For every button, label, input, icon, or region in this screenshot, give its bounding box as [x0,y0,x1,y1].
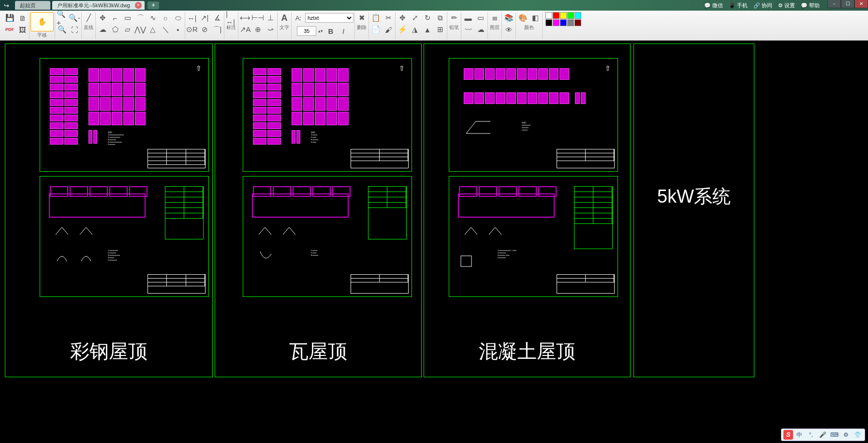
close-button[interactable]: ✕ [854,0,868,8]
wechat-link[interactable]: 💬 微信 [704,2,723,9]
dim-continue-icon[interactable]: ⟷ [239,12,251,24]
saveas-button[interactable]: 🗎 [16,12,28,24]
tab-close-button[interactable]: × [135,2,142,9]
colorpicker-button[interactable]: ◧ [530,12,541,24]
color-wheel-button[interactable]: 🎨 [517,12,529,24]
dim-radius-icon[interactable]: ⊙R [186,24,198,35]
layer-manager-button[interactable]: 📚 [503,12,515,24]
match-button[interactable]: 🖌 [383,24,394,35]
dot-tool-icon[interactable]: • [172,24,184,35]
ellipse-tool-icon[interactable]: ⬭ [172,12,184,24]
save-button[interactable]: 💾 [4,12,15,24]
title-block [557,274,615,294]
dim-baseline-icon[interactable]: ⊢⊣ [252,12,264,24]
settings-link[interactable]: ⚙ 设置 [778,2,795,9]
color-swatch[interactable] [567,12,574,19]
color-swatch[interactable] [560,19,567,26]
italic-button[interactable]: I [338,25,349,37]
tab-add-button[interactable]: + [147,1,159,9]
triangle-tool-icon[interactable]: △ [147,24,159,35]
tab-start[interactable]: 起始页 [15,1,50,10]
pan-tool-button[interactable]: ✋ [30,12,54,31]
minimize-button[interactable]: － [827,0,841,8]
zoom-button[interactable]: 🔍 [56,24,68,35]
move-button[interactable]: ✥ [397,12,408,24]
collab-link[interactable]: 🔗 协同 [753,2,772,9]
dim-ordinate-icon[interactable]: ⊥ [265,12,276,24]
export-pdf-button[interactable]: PDF [4,24,15,35]
spline-tool-icon[interactable]: ∿ [147,12,159,24]
rotate-button[interactable]: ↻ [422,12,433,24]
zoom-in-button[interactable]: 🔍+ [56,12,68,24]
dim-arc-icon[interactable]: ⌒| [211,24,223,35]
color-swatch[interactable] [574,12,581,19]
mirror-button[interactable]: ◮ [409,24,421,35]
move-tool-icon[interactable]: ✥ [97,12,108,24]
offset-button[interactable]: ⧉ [434,12,446,24]
dim-aligned-icon[interactable]: ↗| [199,12,210,24]
help-link[interactable]: 💬 帮助 [801,2,820,9]
ime-lang-button[interactable]: 中 [794,430,805,440]
delete-tool-button[interactable]: ✖ [356,12,368,24]
forward-arrow-icon[interactable]: ↪ [0,2,13,9]
color-swatch[interactable] [553,19,559,26]
polyline-tool-icon[interactable]: ⌐ [109,12,121,24]
ime-keyboard-button[interactable]: ⌨ [829,430,839,440]
dim-linear-h-icon[interactable]: |↔| [225,12,237,24]
font-select[interactable]: hztxt [305,13,353,23]
pencil-tool-button[interactable]: ✏ [448,12,460,24]
dim-linear-icon[interactable]: ↔| [186,12,198,24]
highlight-button[interactable]: ▭ [475,12,486,24]
ime-skin-button[interactable]: 👕 [852,430,863,440]
color-swatch[interactable] [574,19,581,26]
size-spinner[interactable]: ▴▾ [317,25,324,37]
sheet-1-2: 1.xxxxxxxxx2.xxxxxxx3.xxxxxxxxxxx4.xxxxx… [40,176,209,297]
bold-button[interactable]: B [325,25,337,37]
eraser-button[interactable]: ▬ [462,12,474,24]
cut-button[interactable]: ✂ [383,12,394,24]
panel-row-bot [464,92,569,104]
ime-mic-button[interactable]: 🎤 [817,430,828,440]
color-swatch[interactable] [567,19,574,26]
tab-file[interactable]: 户用标准单元--5kW和3kW.dwg× [52,1,145,10]
array-button[interactable]: ⊞ [434,24,446,35]
slash-tool-icon[interactable]: ＼ [160,24,171,35]
text-tool-button[interactable]: A [279,12,290,24]
phone-link[interactable]: 📱 手机 [729,2,748,9]
center-mark-icon[interactable]: ⊕ [252,24,264,35]
parallelogram-tool-icon[interactable]: ▱ [122,24,133,35]
freehand-button[interactable]: 〰 [462,24,474,35]
paste-button[interactable]: 📄 [370,24,382,35]
trim-button[interactable]: ▲ [422,24,433,35]
dim-jogged-icon[interactable]: ⤻ [265,24,276,35]
ime-punct-button[interactable]: °, [806,430,816,440]
pentagon-tool-icon[interactable]: ⬠ [109,24,121,35]
dim-diameter-icon[interactable]: ⊘ [199,24,210,35]
color-swatch[interactable] [545,12,552,19]
color-swatch[interactable] [553,12,559,19]
leader-icon[interactable]: ↗A [239,24,251,35]
ime-logo-icon[interactable]: S [783,430,793,440]
maximize-button[interactable]: ☐ [841,0,854,8]
drawing-canvas[interactable]: 彩钢屋顶 瓦屋顶 混凝土屋顶 5kW系统 ⇧ 说明：1.xxxxxxxxxxxx… [0,41,868,443]
font-size-input[interactable] [297,26,316,36]
scale-button[interactable]: ⤢ [409,12,421,24]
ime-settings-button[interactable]: ⚙ [840,430,851,440]
export-img-button[interactable]: 🖼 [16,24,28,35]
copy-button[interactable]: 📋 [370,12,382,24]
zoom-out-button[interactable]: 🔍- [69,12,80,24]
dim-angle-icon[interactable]: ∡ [211,12,223,24]
explode-button[interactable]: ⚡ [397,24,408,35]
rect-tool-icon[interactable]: ▭ [122,12,133,24]
color-swatch[interactable] [545,19,552,26]
arc-tool-icon[interactable]: ⌒ [134,12,146,24]
layer-toggle-button[interactable]: 👁 [503,24,515,35]
cloud-tool-icon[interactable]: ☁ [97,24,108,35]
line-tool-button[interactable]: ╱ [83,12,94,24]
color-swatch[interactable] [560,12,567,19]
layer-tool-button[interactable]: ≣ [489,12,500,24]
revcloud-button[interactable]: ☁ [475,24,486,35]
circle-tool-icon[interactable]: ○ [160,12,171,24]
zoom-extents-button[interactable]: ⛶ [69,24,80,35]
zigzag-tool-icon[interactable]: ⋀⋁ [134,24,146,35]
